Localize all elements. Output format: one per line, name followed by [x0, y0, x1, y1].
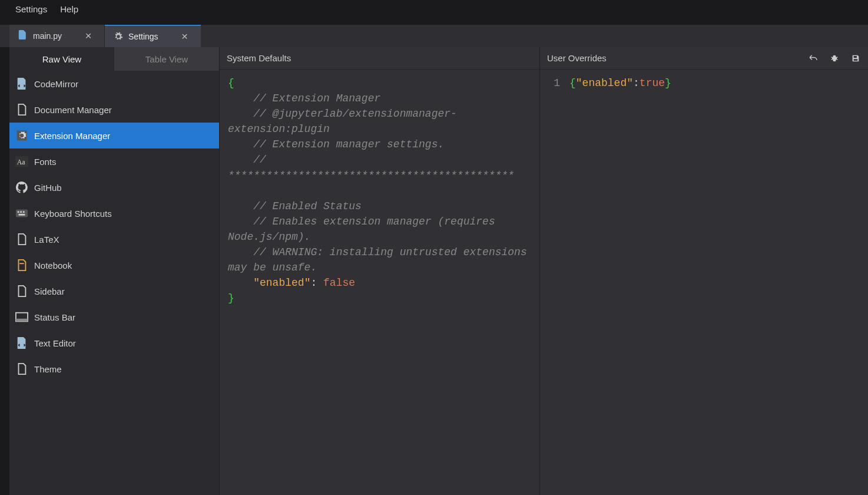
user-overrides-header: User Overrides	[540, 47, 868, 70]
code-line: // @jupyterlab/extensionmanager-extensio…	[228, 106, 531, 137]
gear-icon	[15, 129, 28, 142]
plugin-label: Keyboard Shortcuts	[34, 209, 112, 219]
svg-rect-7	[19, 214, 25, 216]
tab-label: main.py	[33, 31, 62, 41]
plugin-label: Notebook	[34, 260, 72, 270]
plugin-label: GitHub	[34, 183, 62, 193]
system-defaults-code: { // Extension Manager // @jupyterlab/ex…	[220, 70, 539, 495]
panel-title: System Defaults	[227, 53, 291, 63]
plugin-label: CodeMirror	[34, 79, 78, 89]
plugin-item-theme[interactable]: Theme	[9, 356, 219, 382]
file-icon	[15, 285, 28, 298]
system-defaults-header: System Defaults	[220, 47, 539, 70]
svg-rect-6	[23, 211, 25, 213]
python-file-icon	[18, 31, 28, 41]
view-tabs: Raw View Table View	[9, 47, 219, 71]
svg-rect-8	[19, 263, 24, 264]
plugin-item-keyboard[interactable]: Keyboard Shortcuts	[9, 200, 219, 226]
code-line: // Extension Manager	[228, 91, 531, 106]
save-icon[interactable]	[850, 53, 861, 64]
plugin-item-notebook[interactable]: Notebook	[9, 252, 219, 278]
menu-help[interactable]: Help	[60, 4, 78, 14]
code-line	[228, 183, 531, 199]
file-code-icon	[15, 77, 28, 90]
raw-view-tab[interactable]: Raw View	[9, 47, 114, 71]
plugin-item-extmanager[interactable]: Extension Manager	[9, 123, 219, 148]
code-line: {	[228, 75, 531, 91]
file-icon	[15, 362, 28, 375]
plugin-item-fonts[interactable]: AaFonts	[9, 148, 219, 174]
plugin-label: LaTeX	[34, 235, 59, 245]
fonts-icon: Aa	[15, 155, 28, 168]
plugin-item-sidebar[interactable]: Sidebar	[9, 278, 219, 304]
notebook-icon	[15, 259, 28, 272]
plugin-item-statusbar[interactable]: Status Bar	[9, 304, 219, 330]
settings-sidebar: Raw View Table View CodeMirrorDocument M…	[9, 47, 220, 495]
tab-settings[interactable]: Settings ×	[105, 25, 201, 47]
code-line: // WARNING: installing untrusted extensi…	[228, 245, 531, 275]
plugin-item-codemirror[interactable]: CodeMirror	[9, 71, 219, 97]
svg-text:Aa: Aa	[17, 158, 26, 166]
panel-title: User Overrides	[547, 53, 607, 63]
colon: :	[633, 77, 640, 89]
bug-icon[interactable]	[829, 53, 840, 64]
close-icon[interactable]: ×	[177, 30, 193, 43]
table-view-tab[interactable]: Table View	[114, 47, 219, 71]
plugin-label: Document Manager	[34, 105, 112, 115]
code-line: }	[228, 291, 531, 306]
plugin-label: Text Editor	[34, 338, 76, 348]
menubar: Settings Help	[0, 0, 868, 18]
gear-icon	[113, 31, 124, 42]
brace-open: {	[569, 77, 576, 89]
menu-settings[interactable]: Settings	[15, 4, 47, 14]
json-value: true	[640, 77, 665, 89]
plugin-item-github[interactable]: GitHub	[9, 174, 219, 200]
statusbar-icon	[15, 311, 28, 324]
plugin-label: Status Bar	[34, 312, 75, 322]
svg-rect-4	[18, 211, 19, 213]
close-icon[interactable]: ×	[81, 29, 96, 42]
svg-rect-10	[16, 319, 28, 322]
plugin-label: Theme	[34, 364, 62, 374]
code-line: // *************************************…	[228, 152, 531, 183]
file-icon	[15, 103, 28, 116]
json-key: "enabled"	[576, 77, 633, 89]
plugin-label: Fonts	[34, 157, 57, 167]
code-line: // Enables extension manager (requires N…	[228, 214, 531, 245]
github-icon	[15, 181, 28, 194]
editor-content[interactable]: {"enabled":true}	[566, 70, 868, 495]
system-defaults-panel: System Defaults { // Extension Manager /…	[220, 47, 540, 495]
brace-close: }	[665, 77, 671, 89]
tab-main-py[interactable]: main.py ×	[9, 25, 105, 47]
plugin-label: Extension Manager	[34, 131, 110, 141]
user-overrides-editor[interactable]: 1 {"enabled":true}	[540, 70, 868, 495]
file-code-icon	[15, 336, 28, 349]
plugin-item-latex[interactable]: LaTeX	[9, 226, 219, 252]
plugin-list: CodeMirrorDocument ManagerExtension Mana…	[9, 71, 219, 495]
tab-label: Settings	[128, 32, 158, 41]
plugin-item-docmanager[interactable]: Document Manager	[9, 97, 219, 123]
tabbar: main.py × Settings ×	[0, 25, 868, 47]
file-icon	[15, 233, 28, 246]
code-line: // Extension manager settings.	[228, 137, 531, 152]
plugin-label: Sidebar	[34, 286, 65, 296]
undo-icon[interactable]	[808, 53, 819, 64]
keyboard-icon	[15, 207, 28, 220]
svg-rect-5	[20, 211, 22, 213]
line-gutter: 1	[540, 70, 566, 495]
svg-rect-3	[16, 210, 28, 217]
code-line: "enabled": false	[228, 275, 531, 291]
user-overrides-panel: User Overrides 1 {"enabled":true}	[540, 47, 868, 495]
line-number: 1	[540, 75, 560, 91]
plugin-item-texteditor[interactable]: Text Editor	[9, 330, 219, 356]
code-line: // Enabled Status	[228, 199, 531, 214]
